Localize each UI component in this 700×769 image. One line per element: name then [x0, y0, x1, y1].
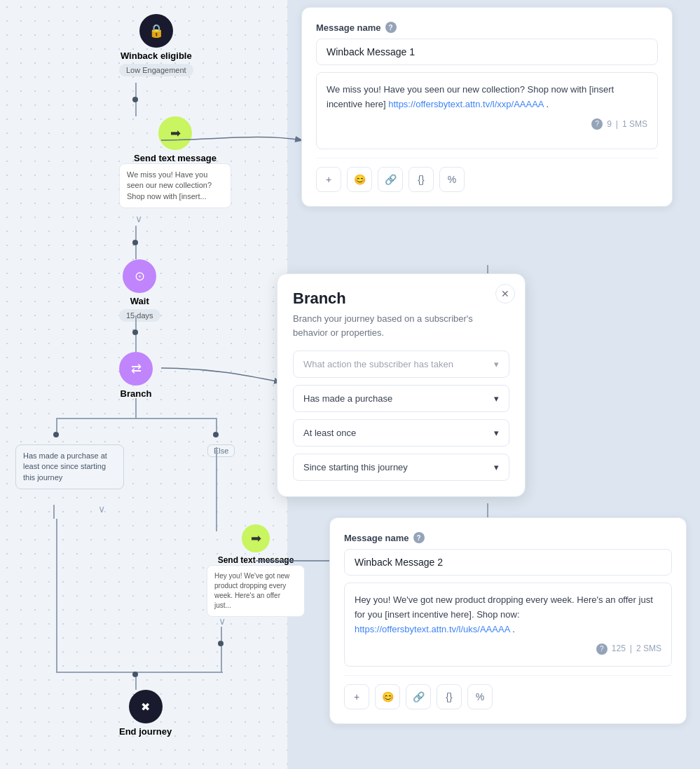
msg1-footer: ? 9 | 1 SMS: [327, 118, 647, 131]
branch-node: ⇄ Branch: [119, 352, 153, 399]
msg2-footer: ? 125 | 2 SMS: [355, 642, 661, 655]
winback-label: Winback eligible: [121, 50, 192, 61]
msg1-char-count: 9: [607, 118, 612, 131]
message-panel-2: Message name ? Hey you! We've got new pr…: [329, 517, 687, 724]
msg2-link[interactable]: https://offersbytext.attn.tv/l/uks/AAAAA: [355, 624, 510, 634]
else-line: [216, 447, 217, 517]
connector-6: [221, 646, 222, 673]
branch-left-line-2: [53, 505, 55, 519]
msg1-link-btn[interactable]: 🔗: [378, 167, 403, 192]
send-text-2-preview: Hey you! We've got new product dropping …: [207, 565, 305, 617]
connector-3: [135, 315, 137, 329]
msg1-emoji-btn[interactable]: 😊: [347, 167, 372, 192]
branch-right-line: [216, 418, 217, 432]
panel-v-connector-2: [487, 503, 488, 517]
send-text-1-icon: ➡: [158, 116, 192, 150]
send-text-1-label: Send text message: [134, 153, 217, 163]
msg1-variable-btn[interactable]: {}: [409, 167, 434, 192]
winback-tag: Low Engagement: [119, 64, 193, 76]
wait-label: Wait: [130, 296, 149, 306]
msg2-discount-btn[interactable]: %: [467, 684, 493, 709]
branch-dropdown-4[interactable]: Since starting this journey ▾: [293, 454, 509, 481]
dot-7: [132, 672, 138, 677]
branch-left-line: [56, 418, 57, 432]
winback-icon: 🔒: [139, 14, 173, 48]
connector-3b: [135, 335, 137, 352]
connector-5: [221, 627, 222, 641]
msg2-add-btn[interactable]: +: [344, 684, 369, 709]
branch-panel: ✕ Branch Branch your journey based on a …: [277, 273, 526, 497]
chevron-down-icon-3: ▾: [494, 428, 499, 438]
dot-3: [132, 329, 138, 335]
msg1-body: We miss you! Have you seen our new colle…: [316, 72, 658, 149]
connector-1: [135, 83, 137, 97]
msg1-help-icon[interactable]: ?: [385, 22, 397, 33]
branch-dropdown-1[interactable]: What action the subscriber has taken ▾: [293, 351, 509, 378]
left-merge-line: [56, 519, 57, 673]
msg2-footer-help[interactable]: ?: [596, 644, 608, 655]
dot-4: [53, 432, 59, 437]
send-text-1-preview: We miss you! Have you seen our new colle…: [119, 163, 231, 208]
msg2-emoji-btn[interactable]: 😊: [375, 684, 400, 709]
msg2-name-input[interactable]: [344, 549, 672, 576]
branch-icon: ⇄: [119, 352, 153, 386]
msg1-toolbar: + 😊 🔗 {} %: [316, 158, 658, 192]
dot-1: [132, 97, 138, 102]
msg2-body: Hey you! We've got new product dropping …: [344, 583, 672, 667]
branch-dropdown-1-text: What action the subscriber has taken: [303, 359, 453, 369]
msg1-link[interactable]: https://offersbytext.attn.tv/l/xxp/AAAAA: [388, 99, 544, 109]
msg2-help-icon[interactable]: ?: [413, 532, 425, 543]
branch-label: Branch: [121, 388, 152, 399]
connector-2b: [135, 245, 137, 259]
end-label: End journey: [119, 726, 172, 737]
chevron-1: ∨: [135, 214, 142, 224]
msg1-name-input[interactable]: [316, 39, 658, 65]
chevron-3: ∨: [219, 615, 226, 627]
msg2-toolbar: + 😊 🔗 {} %: [344, 675, 672, 709]
branch-h-line: [56, 418, 217, 419]
branch-dropdown-2-text: Has made a purchase: [303, 393, 392, 404]
connector-1b: [135, 102, 137, 116]
msg2-link-btn[interactable]: 🔗: [406, 684, 431, 709]
msg2-sms-count: 2 SMS: [636, 642, 661, 655]
merge-h-line: [56, 672, 223, 673]
msg1-title-row: Message name ?: [316, 22, 658, 33]
connector-7: [135, 677, 137, 690]
msg2-title-row: Message name ?: [344, 532, 672, 543]
branch-panel-desc: Branch your journey based on a subscribe…: [293, 312, 509, 339]
chevron-2: ∨: [98, 503, 105, 515]
wait-icon: ⊙: [123, 259, 156, 293]
msg1-sms-count: 1 SMS: [622, 118, 647, 131]
branch-panel-title: Branch: [293, 290, 509, 308]
branch-condition-text: Has made a purchase at least once since …: [15, 444, 124, 489]
msg2-title: Message name: [344, 533, 409, 543]
branch-condition-box: Has made a purchase at least once since …: [15, 444, 124, 489]
chevron-down-icon-4: ▾: [494, 462, 499, 472]
msg2-variable-btn[interactable]: {}: [437, 684, 462, 709]
msg1-discount-btn[interactable]: %: [439, 167, 465, 192]
msg1-footer-help[interactable]: ?: [591, 118, 603, 130]
end-icon: ✖: [129, 690, 163, 723]
dot-6: [218, 641, 224, 646]
wait-node: ⊙ Wait 15 days: [119, 259, 160, 322]
send-text-2-label: Send text message: [218, 555, 294, 565]
branch-dropdown-4-text: Since starting this journey: [303, 462, 408, 472]
connector-2: [135, 226, 137, 240]
branch-close-btn[interactable]: ✕: [495, 284, 515, 304]
msg1-title: Message name: [316, 22, 381, 33]
chevron-down-icon-2: ▾: [494, 393, 499, 404]
message-panel-1: Message name ? We miss you! Have you see…: [301, 7, 673, 207]
dot-2: [132, 240, 138, 245]
wait-tag: 15 days: [119, 309, 160, 322]
branch-dropdown-2[interactable]: Has made a purchase ▾: [293, 385, 509, 412]
msg2-char-count: 125: [612, 642, 626, 655]
send-text-2-icon: ➡: [242, 524, 270, 552]
dot-5: [213, 432, 219, 437]
winback-node: 🔒 Winback eligible Low Engagement: [119, 14, 193, 76]
msg1-add-btn[interactable]: +: [316, 167, 341, 192]
send-text-2-node: ➡ Send text message Hey you! We've got n…: [207, 524, 305, 617]
branch-dropdown-3[interactable]: At least once ▾: [293, 419, 509, 447]
chevron-down-icon-1: ▾: [494, 359, 499, 369]
end-node: ✖ End journey: [119, 690, 172, 737]
branch-dropdown-3-text: At least once: [303, 428, 356, 438]
